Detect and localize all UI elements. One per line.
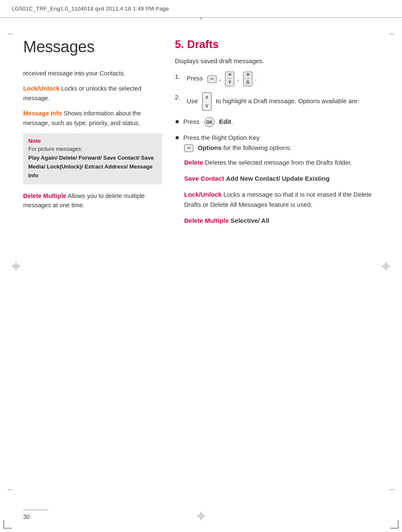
crosshair-left — [12, 262, 20, 270]
sub-save-contact-label: Save Contact — [184, 175, 224, 182]
footer-line — [23, 510, 48, 510]
edit-bold: Edit — [219, 118, 231, 125]
key-minus-icon: − — [207, 75, 217, 83]
note-title: Note — [28, 138, 157, 144]
key-ok-icon: OK — [204, 117, 214, 127]
section-intro: Displays saved draft messages. — [175, 56, 379, 66]
bullet-right-option: ● Press the Right Option Key − Options f… — [175, 133, 379, 152]
sub-lock-unlock: Lock/Unlock Locks a message so that it i… — [184, 190, 379, 210]
key-nav-icon: ∧∨ — [202, 92, 212, 111]
header-bar: LG501C_TRF_Eng1.0_1104018.qxd 2011.4.18 … — [0, 0, 402, 18]
side-mark-right-bottom — [389, 489, 394, 490]
sub-save-contact: Save Contact Add New Contact/ Update Exi… — [184, 174, 379, 184]
side-mark-left-bottom — [8, 489, 13, 490]
crosshair-bottom — [197, 512, 205, 520]
bullet-ok-edit: ● Press OK Edit. — [175, 117, 379, 128]
step-2-content: Use ∧∨ to highlight a Draft message. Opt… — [187, 92, 379, 111]
sub-delete-label: Delete — [184, 159, 203, 166]
key-env-y: ✉ Y — [225, 72, 234, 86]
sub-delete-multiple: Delete Multiple Selective/ All — [184, 216, 379, 226]
bullet-dot-2: ● — [175, 132, 183, 144]
step-1: 1. Press − , ✉ Y , ✉ G . — [175, 72, 379, 86]
sub-delete-desc: Deletes the selected message from the Dr… — [205, 159, 352, 166]
step-1-content: Press − , ✉ Y , ✉ G . — [187, 72, 379, 86]
bullet-ok-edit-content: Press OK Edit. — [183, 117, 379, 127]
note-items: Play Again/ Delete/ Forward/ Save Contac… — [28, 154, 157, 180]
term-delete-multiple-left: Delete Multiple Allows you to delete mul… — [23, 191, 162, 210]
key-option-icon: − — [184, 144, 193, 152]
sub-options: Delete Deletes the selected message from… — [184, 158, 379, 226]
note-intro: For picture messages: — [28, 146, 157, 152]
section-number: 5. — [175, 38, 184, 51]
sub-delete-multiple-label: Delete Multiple — [184, 217, 229, 224]
note-box: Note For picture messages: Play Again/ D… — [23, 134, 162, 184]
left-column: Messages received message into your Cont… — [23, 25, 162, 507]
section-heading: 5. Drafts — [175, 38, 219, 51]
section-heading-area: 5. Drafts — [175, 38, 379, 51]
page-number: 30 — [23, 513, 30, 520]
side-mark-left-top — [8, 34, 13, 34]
bullet-dot-1: ● — [175, 116, 183, 128]
step-2: 2. Use ∧∨ to highlight a Draft message. … — [175, 92, 379, 111]
sub-delete: Delete Deletes the selected message from… — [184, 158, 379, 168]
sub-save-contact-desc: Add New Contact/ Update Existing — [226, 175, 330, 182]
options-bold: Options — [198, 144, 222, 151]
sub-lock-unlock-label: Lock/Unlock — [184, 191, 222, 198]
key-env-g: ✉ G — [243, 72, 252, 86]
term-message-info: Message Info Shows information about the… — [23, 109, 162, 128]
reg-mark-br — [390, 520, 399, 529]
header-text: LG501C_TRF_Eng1.0_1104018.qxd 2011.4.18 … — [12, 5, 390, 12]
content-area: Messages received message into your Cont… — [23, 25, 379, 507]
intro-text: received message into your Contacts. — [23, 69, 162, 78]
term-lock-unlock-left: Lock/Unlock Locks or unlocks the selecte… — [23, 84, 162, 103]
side-mark-right-top — [389, 34, 394, 34]
page-title: Messages — [23, 38, 162, 56]
press-right-option-text: Press the Right Option Key — [183, 134, 260, 141]
term-message-info-label: Message Info — [23, 110, 62, 117]
right-column: 5. Drafts Displays saved draft messages.… — [175, 25, 379, 507]
reg-mark-bl — [3, 520, 12, 529]
section-title: Drafts — [187, 38, 219, 51]
term-delete-multiple-label: Delete Multiple — [23, 192, 66, 199]
step-1-number: 1. — [175, 72, 187, 81]
sub-delete-multiple-desc: Selective/ All — [230, 217, 269, 224]
term-lock-unlock-label: Lock/Unlock — [23, 85, 59, 92]
bullet-right-option-content: Press the Right Option Key − Options for… — [183, 133, 379, 152]
step-2-number: 2. — [175, 92, 187, 102]
crosshair-right — [382, 262, 390, 270]
